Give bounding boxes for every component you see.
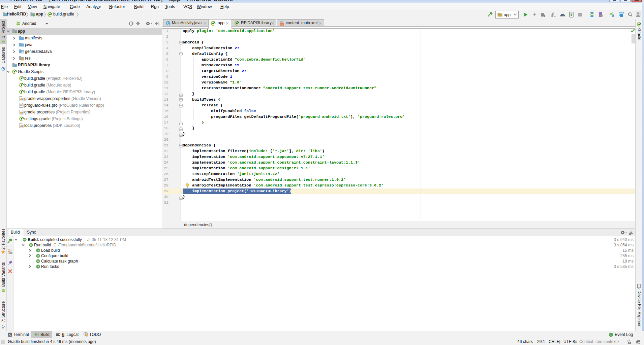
svg-text:OK: OK	[37, 266, 39, 268]
svg-text:10: 10	[37, 334, 39, 336]
svg-text:OK: OK	[37, 255, 39, 257]
svg-text:<>: <>	[281, 24, 283, 26]
svg-text:C: C	[167, 22, 169, 25]
svg-text:OK: OK	[37, 260, 39, 262]
svg-text:ab: ab	[9, 251, 12, 254]
svg-text:1: 1	[610, 334, 612, 337]
svg-text:OK: OK	[30, 244, 32, 246]
svg-text:OK: OK	[23, 239, 26, 241]
svg-text:OK: OK	[37, 249, 39, 251]
